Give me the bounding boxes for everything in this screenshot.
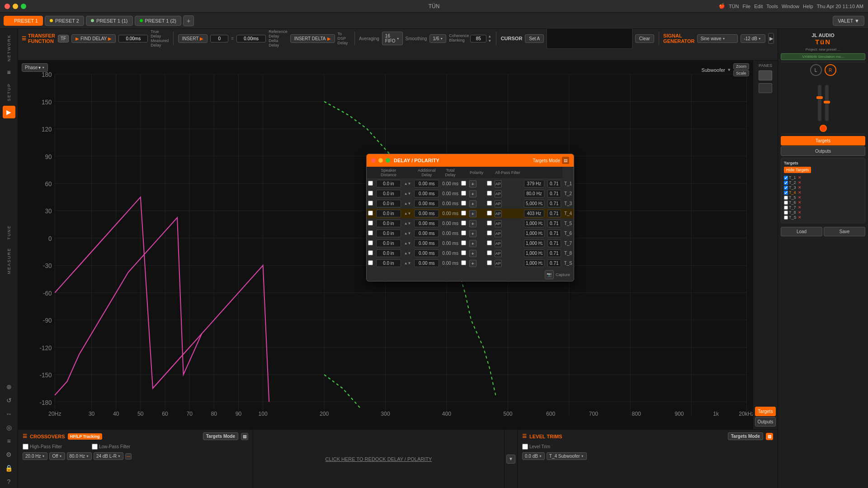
ap-freq-input-2[interactable] [524, 200, 544, 207]
ap-freq-input-6[interactable] [524, 239, 544, 247]
row-checkbox-7[interactable] [368, 250, 373, 255]
ap-q-input-1[interactable] [547, 190, 561, 197]
transfer-icon[interactable]: ↔ [3, 408, 15, 420]
level-target-select[interactable]: T_4 Subwoofer [547, 452, 587, 460]
plus-btn-2[interactable]: + [469, 200, 476, 207]
ap-icon-4[interactable]: AP [495, 220, 502, 227]
window-menu[interactable]: Window [782, 4, 799, 9]
coherence-input[interactable] [470, 35, 486, 42]
add-delay-input-3[interactable] [414, 210, 439, 217]
left-slider-track[interactable] [818, 85, 821, 121]
add-delay-input-7[interactable] [414, 249, 439, 257]
row-checkbox-6[interactable] [368, 240, 373, 245]
plus-btn-7[interactable]: + [469, 250, 476, 257]
plus-btn-0[interactable]: + [469, 180, 476, 188]
pane-btn-1[interactable] [759, 70, 772, 80]
smoothing-select[interactable]: 1/6 [429, 34, 446, 43]
plus-btn-8[interactable]: + [469, 260, 476, 267]
distance-input-4[interactable] [376, 220, 401, 227]
coherence-up[interactable]: ▲ [488, 34, 491, 38]
save-button[interactable]: Save [824, 227, 865, 236]
fp-min-btn[interactable] [378, 158, 383, 163]
ap-icon-1[interactable]: AP [495, 190, 502, 197]
load-button[interactable]: Load [781, 227, 822, 236]
list-icon[interactable]: ≡ [3, 435, 15, 447]
settings-icon[interactable]: ⚙ [3, 448, 15, 461]
ap-q-input-8[interactable] [547, 259, 561, 267]
scale-button[interactable]: Scale [733, 70, 749, 76]
level-trim-checkbox[interactable] [522, 444, 528, 450]
target-checkbox-8[interactable] [784, 216, 788, 220]
tab-preset1-1[interactable]: PRESET 1 (1) [86, 16, 133, 26]
tab-preset2[interactable]: PRESET 2 [45, 16, 84, 26]
ap-freq-input-5[interactable] [524, 230, 544, 237]
lock-icon[interactable]: 🔒 [3, 462, 15, 474]
distance-input-7[interactable] [376, 249, 401, 257]
file-menu[interactable]: File [743, 4, 751, 9]
row-checkbox-8[interactable] [368, 260, 373, 265]
play-button[interactable]: ▶ [768, 33, 774, 44]
ap-icon-8[interactable]: AP [495, 260, 502, 267]
ap-q-input-5[interactable] [547, 230, 561, 237]
target-remove-5[interactable]: ✕ [798, 200, 802, 205]
polarity-checkbox-0[interactable] [461, 181, 466, 186]
target-checkbox-0[interactable] [784, 176, 788, 180]
ap-icon-3[interactable]: AP [495, 210, 502, 217]
fp-window-controls[interactable] [371, 158, 390, 163]
distance-input-1[interactable] [376, 190, 401, 197]
ap-icon-5[interactable]: AP [495, 230, 502, 237]
ap-checkbox-8[interactable] [487, 260, 492, 265]
plus-btn-3[interactable]: + [469, 210, 476, 217]
capture-icon[interactable]: 📷 [545, 270, 554, 279]
reference-delay-input[interactable] [210, 35, 228, 42]
plus-btn-5[interactable]: + [469, 230, 476, 237]
distance-input-0[interactable] [376, 180, 401, 188]
ap-q-input-2[interactable] [547, 200, 561, 207]
minimize-button[interactable] [13, 4, 18, 9]
polarity-checkbox-3[interactable] [461, 211, 466, 216]
averaging-select[interactable]: 16 FIFO [382, 32, 403, 45]
distance-input-5[interactable] [376, 230, 401, 237]
distance-input-8[interactable] [376, 259, 401, 267]
zoom-button[interactable]: Zoom [733, 63, 749, 70]
target-remove-3[interactable]: ✕ [798, 190, 802, 195]
lp-slope-select[interactable]: 24 dB L-R [94, 452, 123, 460]
signal-level-select[interactable]: -12 dB [741, 34, 765, 43]
add-delay-input-4[interactable] [414, 220, 439, 227]
pane-btn-2[interactable] [759, 83, 772, 93]
right-slider-thumb[interactable] [824, 101, 830, 103]
add-delay-input-2[interactable] [414, 200, 439, 207]
right-channel-btn[interactable]: R [825, 64, 836, 76]
ap-freq-input-7[interactable] [524, 249, 544, 257]
orange-dot[interactable] [820, 125, 827, 132]
ap-q-input-4[interactable] [547, 220, 561, 227]
maximize-button[interactable] [21, 4, 26, 9]
row-checkbox-4[interactable] [368, 221, 373, 225]
plus-btn-4[interactable]: + [469, 220, 476, 227]
target-remove-1[interactable]: ✕ [798, 180, 802, 185]
target-checkbox-6[interactable] [784, 206, 788, 210]
target-remove-7[interactable]: ✕ [798, 210, 802, 215]
delta-delay-input[interactable] [236, 35, 266, 42]
signal-type-select[interactable]: Sine wave [697, 34, 738, 43]
window-controls[interactable] [5, 4, 26, 9]
ap-q-input-0[interactable] [547, 180, 561, 188]
ap-icon-7[interactable]: AP [495, 250, 502, 257]
ap-checkbox-2[interactable] [487, 201, 492, 206]
ap-checkbox-5[interactable] [487, 230, 492, 235]
ap-freq-input-4[interactable] [524, 220, 544, 227]
insert-button[interactable]: INSERT ▶ [178, 34, 208, 43]
ap-freq-input-1[interactable] [524, 190, 544, 197]
ap-checkbox-0[interactable] [487, 181, 492, 186]
target-checkbox-1[interactable] [784, 181, 788, 185]
ap-freq-input-8[interactable] [524, 259, 544, 267]
distance-input-3[interactable] [376, 210, 401, 217]
chart-mode-select[interactable]: Phase ▾ [22, 63, 48, 72]
target-icon[interactable]: ◎ [3, 421, 15, 434]
ap-q-input-3[interactable] [547, 210, 561, 217]
apple-menu[interactable]: 🍎 [719, 3, 725, 9]
hp-type-select[interactable]: Off [49, 452, 65, 460]
ap-icon-2[interactable]: AP [495, 200, 502, 207]
find-delay-button[interactable]: ▶ FIND DELAY ▶ [71, 34, 116, 43]
bottom-toggle-button[interactable]: ▼ [506, 455, 515, 464]
